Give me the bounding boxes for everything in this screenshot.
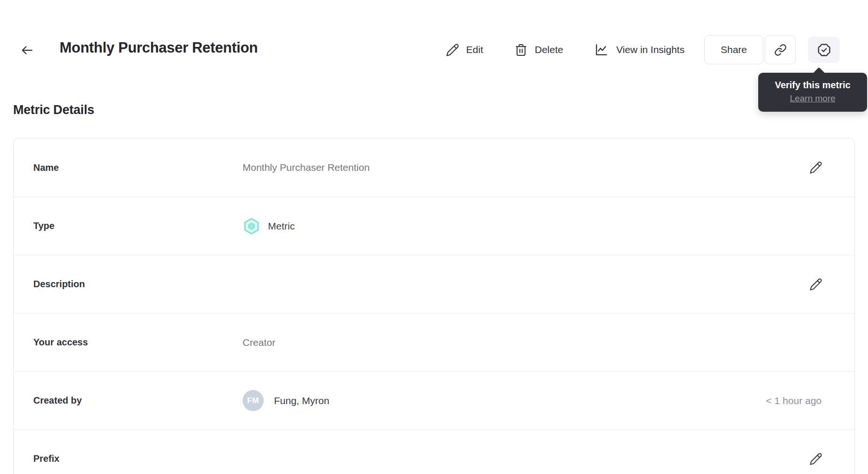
row-name-value: Monthly Purchaser Retention [243,162,807,173]
line-chart-icon [594,42,609,57]
verify-metric-button[interactable] [808,37,840,63]
arrow-left-icon [20,43,34,57]
share-button-label: Share [721,44,747,55]
created-time: < 1 hour ago [766,395,822,406]
row-created-by-value: FM Fung, Myron [243,390,766,411]
creator-name: Fung, Myron [274,395,329,406]
metric-details-card: Name Monthly Purchaser Retention Type [13,138,855,474]
type-label: Metric [268,221,295,232]
link-icon [774,44,787,56]
edit-button[interactable]: Edit [446,43,483,57]
row-your-access-value: Creator [243,337,807,348]
row-type: Type Metric [14,197,854,255]
row-name: Name Monthly Purchaser Retention [14,138,854,197]
row-description-label: Description [33,279,243,290]
view-in-insights-button[interactable]: View in Insights [594,42,685,57]
share-button-group: Share [704,35,796,64]
row-prefix-label: Prefix [33,453,243,464]
verify-badge-icon [817,43,831,57]
verify-tooltip: Verify this metric Learn more [758,73,867,112]
section-heading: Metric Details [13,103,855,117]
tooltip-title: Verify this metric [764,80,861,91]
edit-prefix-button[interactable] [807,450,825,468]
pencil-icon [809,161,822,174]
share-button[interactable]: Share [704,35,763,64]
main-content: Metric Details Name Monthly Purchaser Re… [0,103,868,474]
edit-name-button[interactable] [807,158,825,177]
row-your-access: Your access Creator [14,313,854,371]
header: Monthly Purchaser Retention Edit Delet [0,0,868,86]
row-prefix: Prefix [14,429,854,474]
delete-button-label: Delete [535,44,563,55]
trash-icon [514,43,528,57]
edit-description-button[interactable] [807,275,825,294]
row-created-by: Created by FM Fung, Myron < 1 hour ago [14,371,854,429]
row-your-access-label: Your access [33,337,243,348]
header-actions: Edit Delete View in Insights [446,35,840,64]
page-title: Monthly Purchaser Retention [60,39,258,56]
delete-button[interactable]: Delete [514,43,563,57]
pencil-icon [446,43,459,57]
row-type-value: Metric [243,217,807,235]
row-created-by-label: Created by [33,395,243,406]
metric-hexagon-icon [243,217,260,235]
avatar: FM [243,390,264,411]
row-type-label: Type [33,221,243,231]
pencil-icon [809,452,822,466]
back-button[interactable] [18,42,37,58]
row-description: Description [14,255,854,313]
copy-link-button[interactable] [765,35,796,64]
edit-button-label: Edit [466,44,483,55]
pencil-icon [809,278,822,291]
learn-more-link[interactable]: Learn more [790,93,835,104]
view-in-insights-label: View in Insights [616,44,685,55]
row-name-label: Name [33,162,243,173]
